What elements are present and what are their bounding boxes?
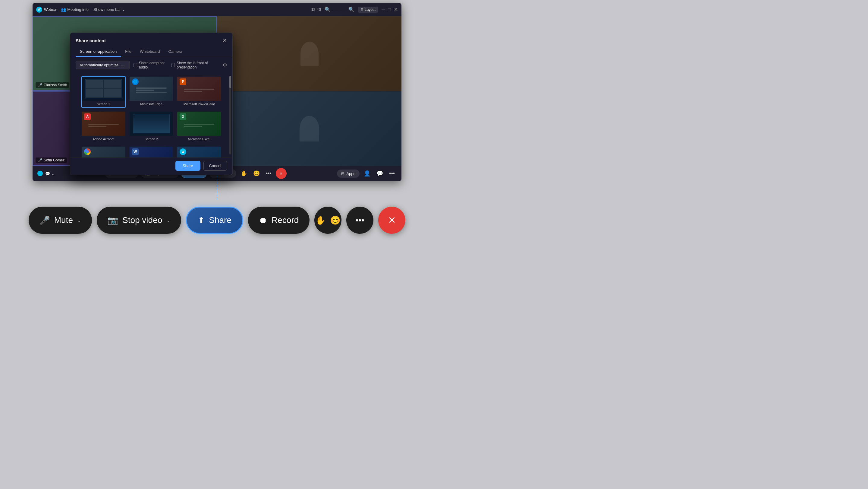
title-bar: W Webex 👥 Meeting info Show menu bar ⌄ 1… — [33, 3, 401, 16]
screen2-thumb — [130, 112, 173, 136]
scrollbar-thumb[interactable] — [229, 76, 231, 88]
big-stop-video-btn[interactable]: 📷 Stop video ⌄ — [97, 207, 181, 234]
share-audio-label: Share computer audio — [139, 61, 168, 69]
hand-btn[interactable]: ✋ — [239, 169, 249, 178]
big-bottom-bar: 🎤 Mute ⌄ 📷 Stop video ⌄ ⬆ Share ⏺ Record… — [0, 202, 434, 244]
more-options-btn[interactable]: ••• — [387, 169, 397, 178]
screen1-thumb — [82, 77, 125, 101]
webex-thumb: W — [177, 147, 221, 157]
big-stop-video-chevron: ⌄ — [166, 218, 170, 223]
time-display: 12:40 — [311, 7, 321, 12]
show-menu-chevron: ⌄ — [122, 7, 125, 12]
excel-thumb: X — [177, 112, 221, 136]
tab-camera[interactable]: Camera — [164, 47, 187, 57]
end-call-btn[interactable]: ✕ — [276, 168, 287, 179]
content-item-chrome[interactable]: Google Chrome — [81, 146, 126, 157]
optimize-dropdown[interactable]: Automatically optimize ⌄ — [76, 61, 130, 69]
big-share-icon: ⬆ — [198, 215, 205, 225]
reactions-btn[interactable]: 😊 — [251, 169, 261, 178]
content-item-ppt[interactable]: P Microsoft PowerPoint — [177, 76, 221, 108]
word-thumb: W — [130, 147, 173, 157]
close-btn[interactable]: ✕ — [394, 7, 398, 12]
show-me-option[interactable]: Show me in front of presentation — [172, 61, 219, 69]
big-record-btn[interactable]: ⏺ Record — [248, 207, 310, 234]
big-share-btn[interactable]: ⬆ Share — [186, 207, 243, 234]
big-share-label: Share — [209, 215, 231, 225]
webex-status-icon — [37, 171, 43, 176]
content-item-screen1[interactable]: Screen 1 — [81, 76, 126, 108]
chrome-thumb — [82, 147, 125, 157]
layout-label: Layout — [365, 7, 375, 12]
webex-label: Webex — [44, 7, 56, 12]
chat-btn[interactable]: 💬 — [375, 169, 385, 178]
dialog-tabs: Screen or application File Whiteboard Ca… — [70, 47, 232, 57]
people-btn[interactable]: 👤 — [362, 169, 372, 178]
big-camera-icon: 📷 — [107, 215, 118, 225]
more-btn[interactable]: ••• — [264, 169, 273, 178]
content-item-screen2[interactable]: Screen 2 — [129, 111, 174, 143]
big-hand-btn[interactable]: ✋ 😊 — [314, 207, 341, 234]
edge-thumb: 🌐 — [130, 77, 173, 101]
edge-label: Microsoft Edge — [130, 101, 173, 107]
ppt-label: Microsoft PowerPoint — [177, 101, 221, 107]
share-audio-option[interactable]: Share computer audio — [133, 61, 168, 69]
content-item-webex[interactable]: W Webex — [177, 146, 221, 157]
big-more-btn[interactable]: ••• — [346, 207, 373, 234]
content-item-edge[interactable]: 🌐 Microsoft Edge — [129, 76, 174, 108]
share-audio-checkbox[interactable] — [133, 63, 137, 67]
search-icon: 🔍 — [324, 7, 331, 12]
caption-icon[interactable]: 💬 ⌄ — [45, 171, 55, 176]
dialog-header: Share content ✕ — [70, 33, 232, 47]
content-item-excel[interactable]: X Microsoft Excel — [177, 111, 221, 143]
dropdown-chevron: ⌄ — [121, 63, 124, 67]
webex-logo: W Webex — [36, 7, 56, 13]
layout-grid-icon: ⊞ — [361, 7, 364, 12]
show-menu-btn[interactable]: Show menu bar ⌄ — [93, 7, 125, 12]
video-cell-4 — [217, 91, 401, 166]
show-me-checkbox[interactable] — [172, 63, 175, 67]
scrollbar-track[interactable] — [229, 76, 231, 154]
dialog-close-btn[interactable]: ✕ — [222, 37, 227, 44]
video-placeholder-4 — [217, 91, 401, 166]
dialog-cancel-btn[interactable]: Cancel — [204, 161, 227, 171]
big-record-label: Record — [272, 215, 299, 225]
dialog-title: Share content — [76, 38, 106, 43]
tab-file[interactable]: File — [121, 47, 135, 57]
meeting-info-label: Meeting info — [67, 7, 89, 12]
acrobat-thumb: A — [82, 112, 125, 136]
video-cell-2 — [217, 16, 401, 91]
meeting-info-icon: 👥 — [61, 7, 66, 12]
apps-btn[interactable]: ⊞ Apps — [337, 170, 360, 178]
tab-whiteboard[interactable]: Whiteboard — [135, 47, 164, 57]
minimize-btn[interactable]: ─ — [381, 7, 385, 12]
apps-label: Apps — [346, 171, 355, 176]
meeting-info-btn[interactable]: 👥 Meeting info — [61, 7, 89, 12]
big-record-icon: ⏺ — [259, 215, 267, 225]
ppt-thumb: P — [177, 77, 221, 101]
show-me-label: Show me in front of presentation — [177, 61, 219, 69]
big-end-call-btn[interactable]: ✕ — [378, 207, 405, 234]
settings-icon[interactable]: ⚙ — [223, 62, 227, 68]
acrobat-label: Adobe Acrobat — [82, 136, 125, 142]
big-mute-label: Mute — [54, 215, 73, 225]
share-dialog: Share content ✕ Screen or application Fi… — [70, 33, 233, 175]
dialog-footer: Share Cancel — [70, 157, 232, 175]
tab-screen-app[interactable]: Screen or application — [76, 47, 121, 57]
content-item-word[interactable]: W Microsoft Word — [129, 146, 174, 157]
big-stop-video-label: Stop video — [122, 215, 162, 225]
maximize-btn[interactable]: □ — [388, 7, 391, 12]
content-grid: Screen 1 🌐 Microsoft Edge P — [76, 73, 227, 157]
layout-btn[interactable]: ⊞ Layout — [358, 7, 378, 13]
dialog-options: Automatically optimize ⌄ Share computer … — [70, 57, 232, 73]
screen2-label: Screen 2 — [130, 136, 173, 142]
big-mute-btn[interactable]: 🎤 Mute ⌄ — [29, 207, 92, 234]
content-item-acrobat[interactable]: A Adobe Acrobat — [81, 111, 126, 143]
dialog-share-btn[interactable]: Share — [176, 161, 200, 171]
end-call-icon: ✕ — [279, 171, 283, 176]
window-controls: ─ □ ✕ — [381, 7, 398, 12]
big-hand-icon: ✋ — [315, 215, 326, 225]
search-icon-right: 🔍 — [348, 7, 354, 12]
optimize-label: Automatically optimize — [80, 63, 119, 67]
screen1-label: Screen 1 — [82, 101, 125, 107]
search-bar[interactable]: 🔍 ────── 🔍 — [324, 7, 354, 12]
